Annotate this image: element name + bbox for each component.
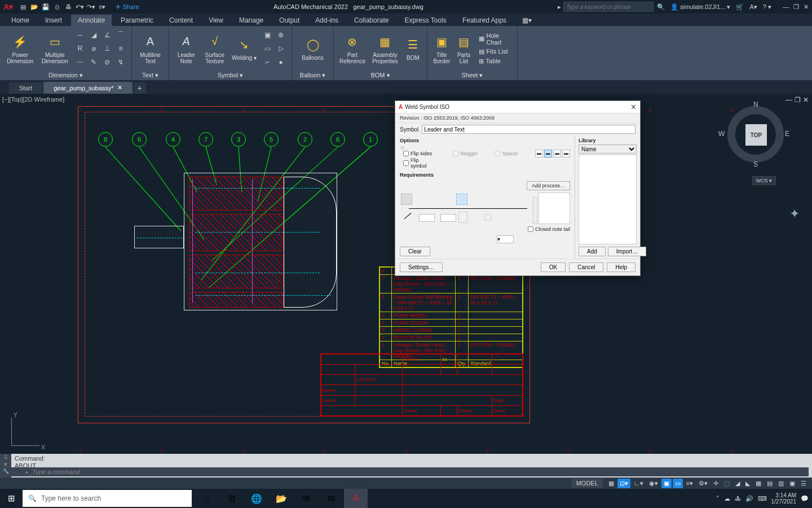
- tab-content[interactable]: Content: [162, 15, 200, 26]
- import-button[interactable]: Import…: [608, 247, 646, 256]
- table-row[interactable]: 5PUMP WHEEL1: [380, 312, 523, 319]
- add-process-button[interactable]: Add process…: [527, 181, 570, 190]
- redo-icon[interactable]: ↷▾: [86, 2, 95, 11]
- saveas-icon[interactable]: ⎙: [52, 2, 61, 11]
- part-ref-button[interactable]: ⊗Part Reference: [338, 33, 367, 64]
- dim-jog-icon[interactable]: ↯: [114, 56, 127, 68]
- open-icon[interactable]: 📂: [30, 2, 39, 11]
- tab-start[interactable]: Start: [9, 82, 42, 94]
- weld-symbol-selector[interactable]: [458, 212, 467, 223]
- customize-icon[interactable]: ☰: [798, 479, 809, 488]
- new-tab-button[interactable]: +: [134, 82, 146, 94]
- close-icon[interactable]: ✕: [804, 3, 809, 11]
- dim-dia-icon[interactable]: ⌀: [87, 42, 100, 55]
- qat-more-icon[interactable]: ≡▾: [98, 2, 107, 11]
- balloon[interactable]: 6: [132, 132, 147, 147]
- assembly-prop-button[interactable]: ▦Assembly Properties: [370, 33, 400, 64]
- panel-balloon-label[interactable]: Balloon ▾: [292, 71, 333, 80]
- store-icon[interactable]: 🛍: [294, 489, 318, 508]
- table-row[interactable]: 4PUMP COVER1: [380, 319, 523, 327]
- viewcube-e[interactable]: E: [785, 130, 789, 138]
- ident-2-icon[interactable]: ▬: [544, 150, 552, 157]
- ortho-icon[interactable]: ∟▾: [632, 479, 646, 488]
- cancel-button[interactable]: Cancel: [569, 262, 603, 272]
- modelspace-button[interactable]: MODEL: [572, 479, 603, 488]
- vp-close-icon[interactable]: ✕: [803, 96, 809, 104]
- multiple-dimension-button[interactable]: ▭Multiple Dimension: [39, 33, 71, 64]
- a4-icon[interactable]: ▤: [765, 479, 775, 488]
- dialog-close-icon[interactable]: ✕: [630, 103, 637, 111]
- identification-buttons[interactable]: ▬ ▬ ▬ ▬: [535, 150, 570, 157]
- explorer-icon[interactable]: 📂: [270, 489, 293, 508]
- app-menu-icon[interactable]: A▾: [749, 3, 757, 11]
- a2-icon[interactable]: ◣: [743, 479, 752, 488]
- add-button[interactable]: Add: [579, 247, 606, 256]
- contour-selector[interactable]: [484, 214, 491, 221]
- cmd-handle-icon[interactable]: ⠿: [1, 455, 10, 461]
- ident-4-icon[interactable]: ▬: [562, 150, 570, 157]
- plot-icon[interactable]: 🖶: [64, 2, 73, 11]
- table-row[interactable]: 2BOTTOM PLATE1: [380, 334, 523, 341]
- tab-annotate[interactable]: Annotate: [71, 15, 112, 26]
- cmd-conf-icon[interactable]: 🔧: [1, 468, 10, 474]
- symbol-tools[interactable]: ▣⊕ ▭▷ ⌐●: [261, 29, 287, 68]
- a6-icon[interactable]: ▣: [787, 479, 797, 488]
- panel-sheet-label[interactable]: Sheet ▾: [427, 71, 517, 80]
- tab-manage[interactable]: Manage: [232, 15, 270, 26]
- taskview-icon[interactable]: ⧉: [220, 489, 244, 508]
- tail-combo[interactable]: ▾: [497, 235, 514, 243]
- snap-icon[interactable]: ⊡▾: [617, 479, 630, 488]
- tab-view[interactable]: View: [202, 15, 230, 26]
- library-list[interactable]: [579, 155, 637, 244]
- otrack-icon[interactable]: ▭: [673, 479, 683, 488]
- help-button[interactable]: Help: [607, 262, 636, 272]
- bom-button[interactable]: ☰BOM: [404, 36, 422, 61]
- balloon[interactable]: 6: [330, 132, 345, 147]
- stagger-checkbox[interactable]: Stagger: [453, 151, 478, 156]
- flip-sides-checkbox[interactable]: Flip sides: [403, 151, 436, 156]
- a5-icon[interactable]: ▥: [776, 479, 786, 488]
- tab-model[interactable]: Model: [7, 478, 39, 488]
- balloon[interactable]: 1: [363, 132, 378, 147]
- dim-base-icon[interactable]: ≡: [114, 42, 127, 55]
- cortana-icon[interactable]: ○: [195, 489, 219, 508]
- tab-layout1[interactable]: Layout1: [41, 478, 78, 488]
- app-logo[interactable]: A▾: [0, 2, 16, 11]
- balloon[interactable]: 2: [298, 132, 312, 147]
- taskbar-search[interactable]: 🔍Type here to search: [23, 490, 192, 507]
- surface-texture-button[interactable]: √Surface Texture: [202, 33, 227, 64]
- wcs-menu[interactable]: WCS ▾: [752, 176, 776, 185]
- viewport-label[interactable]: [−][Top][2D Wireframe]: [2, 96, 64, 103]
- parts-list-table[interactable]: 8DRIVE SHAFT1 7Hexagon Socket Head Cap S…: [379, 266, 523, 368]
- balloon[interactable]: 5: [264, 132, 279, 147]
- ident-1-icon[interactable]: ▬: [535, 150, 543, 157]
- taper-icon[interactable]: ▷: [275, 42, 287, 55]
- balloon[interactable]: 4: [166, 132, 180, 147]
- user-menu[interactable]: 👤 simulate.02JI1... ▾: [670, 3, 730, 11]
- balloon[interactable]: 8: [98, 132, 113, 147]
- tab-more-icon[interactable]: ▦▾: [515, 15, 539, 26]
- ident-3-icon[interactable]: ▬: [553, 150, 561, 157]
- restore-icon[interactable]: ❐: [793, 3, 799, 11]
- ucs-icon[interactable]: YX: [6, 412, 45, 452]
- fcf-icon[interactable]: ▭: [261, 42, 273, 55]
- polar-icon[interactable]: ◉▾: [647, 479, 660, 488]
- clear-button[interactable]: Clear: [400, 247, 430, 256]
- table-row[interactable]: 6Deep Groove Ball Bearing – DIN 625 T1 –…: [380, 294, 523, 312]
- balloons-button[interactable]: ◯Balloons: [297, 36, 329, 61]
- balloon[interactable]: 7: [198, 132, 213, 147]
- side-toggle-icon[interactable]: ⤭: [400, 144, 404, 151]
- cmd-close-icon[interactable]: ✕: [1, 462, 10, 467]
- datum-id-icon[interactable]: ▣: [261, 29, 273, 41]
- iso-icon[interactable]: ⬚: [722, 479, 732, 488]
- dim-tools[interactable]: ↔◢∠⌒ R⌀⊥≡ ⋯✎⊘↯: [74, 29, 127, 68]
- tab-featured[interactable]: Featured Apps: [456, 15, 513, 26]
- cart-icon[interactable]: 🛒: [736, 3, 744, 11]
- panel-text-label[interactable]: Text ▾: [132, 71, 169, 80]
- new-icon[interactable]: ▤: [19, 2, 28, 11]
- panel-dimension-label[interactable]: Dimension ▾: [0, 71, 131, 80]
- mail-icon[interactable]: ✉: [319, 489, 343, 508]
- process-list[interactable]: [539, 192, 570, 224]
- tray-cloud-icon[interactable]: ☁: [724, 495, 730, 502]
- flip-symbol-checkbox[interactable]: Flip symbol: [403, 157, 436, 169]
